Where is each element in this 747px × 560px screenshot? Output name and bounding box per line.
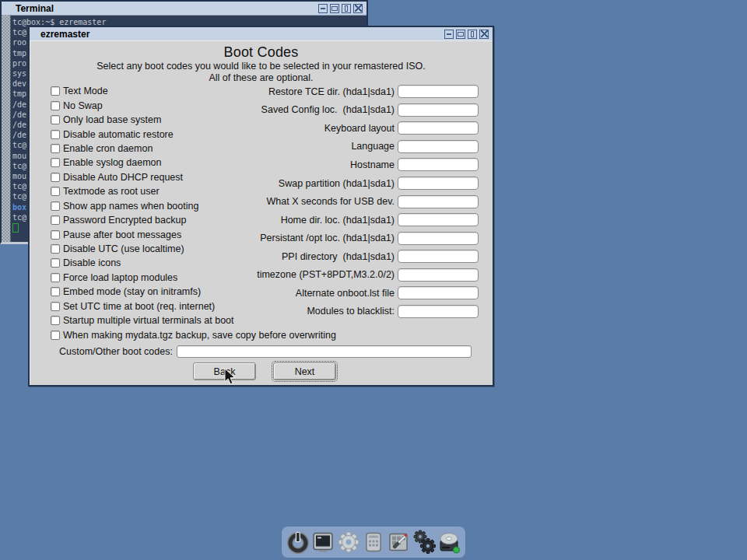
minimize-button[interactable] bbox=[444, 30, 454, 39]
restore-button[interactable] bbox=[342, 4, 351, 13]
minimize-icon bbox=[321, 8, 325, 9]
terminal-titlebar[interactable]: Terminal bbox=[2, 2, 366, 16]
ezremaster-window: ezremaster Boot Codes Select any boot co… bbox=[28, 26, 494, 387]
field-label: Persistant /opt loc. (hda1|sda1) bbox=[260, 233, 395, 243]
close-button[interactable] bbox=[353, 4, 363, 13]
field-label: Restore TCE dir. (hda1|sda1) bbox=[268, 86, 395, 97]
text-input[interactable] bbox=[398, 286, 479, 299]
field-label: Swap partition (hda1|sda1) bbox=[279, 178, 395, 189]
checkbox-label: Force load laptop modules bbox=[63, 272, 177, 283]
text-input[interactable] bbox=[398, 232, 479, 245]
system-tools-icon[interactable] bbox=[386, 530, 411, 555]
checkbox-label: When making mydata.tgz backup, save copy… bbox=[63, 330, 336, 341]
checkbox[interactable] bbox=[51, 101, 60, 110]
minimize-icon bbox=[447, 33, 451, 35]
text-input[interactable] bbox=[398, 158, 479, 171]
field-row: Restore TCE dir. (hda1|sda1) bbox=[257, 82, 479, 101]
checkbox[interactable] bbox=[51, 86, 60, 96]
text-input[interactable] bbox=[398, 121, 479, 135]
checkbox-label: Text Mode bbox=[63, 86, 108, 96]
checkbox[interactable] bbox=[51, 201, 60, 211]
text-input[interactable] bbox=[398, 177, 479, 190]
text-input[interactable] bbox=[398, 103, 479, 117]
text-input[interactable] bbox=[398, 140, 479, 153]
checkbox-label: Disable UTC (use localtime) bbox=[63, 243, 184, 254]
checkbox[interactable] bbox=[51, 187, 60, 196]
boot-options-field-list: Restore TCE dir. (hda1|sda1)Saved Config… bbox=[257, 82, 479, 320]
checkbox-label: Enable syslog daemon bbox=[63, 157, 161, 168]
checkbox[interactable] bbox=[51, 173, 60, 182]
field-row: Saved Config loc. (hda1|sda1) bbox=[257, 101, 479, 120]
checkbox-label: Disable icons bbox=[63, 257, 121, 268]
checkbox[interactable] bbox=[51, 273, 60, 282]
field-label: Home dir. loc. (hda1|sda1) bbox=[281, 215, 395, 226]
field-label: Alternate onboot.lst file bbox=[296, 288, 395, 299]
checkbox-label: Disable automatic restore bbox=[63, 129, 174, 140]
field-label: PPI directory (hda1|sda1) bbox=[282, 251, 395, 262]
ezremaster-window-title: ezremaster bbox=[30, 29, 89, 40]
checkbox-label: Set UTC time at boot (req. internet) bbox=[63, 301, 215, 312]
field-label: Saved Config loc. (hda1|sda1) bbox=[261, 104, 395, 115]
field-row: Modules to blacklist: bbox=[257, 303, 479, 321]
field-row: PPI directory (hda1|sda1) bbox=[257, 247, 479, 266]
checkbox[interactable] bbox=[51, 316, 60, 325]
checkbox[interactable] bbox=[51, 230, 60, 240]
checkbox-label: Startup multiple virtual terminals at bo… bbox=[63, 315, 234, 326]
restore-icon bbox=[471, 31, 474, 37]
back-button[interactable]: Back bbox=[193, 362, 256, 380]
checkbox[interactable] bbox=[51, 115, 60, 124]
text-input[interactable] bbox=[398, 85, 479, 98]
next-button[interactable]: Next bbox=[273, 362, 336, 380]
mount-tool-icon[interactable] bbox=[437, 530, 461, 555]
text-input[interactable] bbox=[398, 250, 479, 263]
services-icon[interactable] bbox=[412, 530, 437, 555]
checkbox[interactable] bbox=[51, 244, 60, 254]
page-title: Boot Codes bbox=[30, 44, 493, 61]
field-label: Keyboard layout bbox=[324, 123, 395, 134]
checkbox-row: When making mydata.tgz backup, save copy… bbox=[51, 327, 336, 341]
text-input[interactable] bbox=[398, 268, 479, 282]
checkbox[interactable] bbox=[51, 331, 60, 340]
dock bbox=[282, 527, 465, 558]
apps-icon[interactable] bbox=[361, 530, 386, 555]
minimize-button[interactable] bbox=[318, 4, 328, 13]
terminal-icon[interactable] bbox=[310, 530, 335, 555]
checkbox-label: Show app names when booting bbox=[63, 201, 198, 212]
checkbox[interactable] bbox=[51, 302, 60, 311]
control-panel-icon[interactable] bbox=[336, 530, 361, 555]
checkbox[interactable] bbox=[51, 144, 60, 153]
maximize-icon bbox=[458, 32, 464, 37]
restore-button[interactable] bbox=[468, 30, 477, 39]
checkbox-label: Only load base system bbox=[63, 114, 161, 125]
field-label: What X seconds for USB dev. bbox=[267, 196, 395, 207]
custom-boot-codes-input[interactable] bbox=[177, 345, 472, 358]
maximize-button[interactable] bbox=[456, 30, 465, 39]
field-row: Alternate onboot.lst file bbox=[257, 284, 479, 303]
checkbox[interactable] bbox=[51, 287, 60, 296]
checkbox[interactable] bbox=[51, 215, 60, 225]
text-input[interactable] bbox=[398, 195, 479, 208]
checkbox[interactable] bbox=[51, 258, 60, 268]
field-row: Swap partition (hda1|sda1) bbox=[257, 174, 479, 193]
field-label: Language bbox=[351, 141, 395, 152]
terminal-window-title: Terminal bbox=[2, 3, 54, 14]
ezremaster-titlebar[interactable]: ezremaster bbox=[30, 27, 493, 41]
field-row: Keyboard layout bbox=[257, 119, 479, 138]
checkbox-label: Password Encrypted backup bbox=[63, 215, 186, 226]
close-button[interactable] bbox=[479, 30, 489, 39]
text-input[interactable] bbox=[398, 305, 479, 318]
custom-boot-codes-row: Custom/Other boot codes: bbox=[59, 345, 472, 358]
field-label: Modules to blacklist: bbox=[307, 306, 395, 317]
desktop: Terminal tc@box:~$ ezremastertc@rootmppr… bbox=[0, 0, 747, 560]
checkbox[interactable] bbox=[51, 130, 60, 139]
field-row: Language bbox=[257, 138, 479, 156]
close-icon bbox=[481, 30, 488, 37]
maximize-button[interactable] bbox=[330, 4, 339, 13]
power-icon[interactable] bbox=[286, 530, 310, 555]
terminal-scrollbar[interactable] bbox=[2, 15, 11, 242]
checkbox-label: No Swap bbox=[63, 100, 103, 111]
restore-icon bbox=[345, 5, 348, 12]
checkbox[interactable] bbox=[51, 158, 60, 167]
text-input[interactable] bbox=[398, 213, 479, 226]
subtitle-line-2: All of these are optional. bbox=[30, 72, 493, 83]
